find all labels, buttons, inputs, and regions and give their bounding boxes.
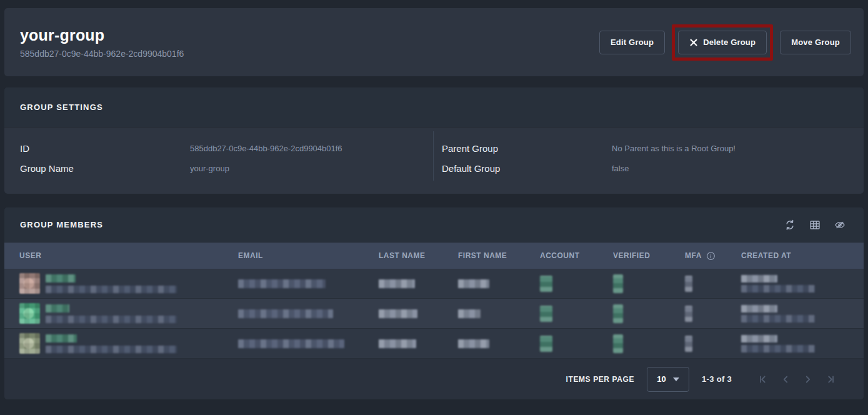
redacted-created-at (741, 335, 857, 352)
redacted-email (238, 309, 333, 318)
group-settings-body: ID 585ddb27-0c9e-44bb-962e-2cd9904b01f6 … (4, 128, 864, 193)
column-header-label: LAST NAME (379, 251, 426, 260)
delete-group-button[interactable]: Delete Group (678, 31, 767, 54)
eye-off-icon[interactable] (834, 219, 846, 231)
info-icon[interactable] (706, 251, 716, 261)
pagination-range: 1-3 of 3 (702, 374, 732, 384)
first-page-icon[interactable] (757, 374, 769, 385)
user-cell (19, 303, 238, 324)
user-text-redacted (46, 304, 177, 323)
group-members-title: GROUP MEMBERS (20, 220, 103, 229)
avatar (19, 303, 40, 324)
redacted-verified-status (613, 304, 623, 323)
move-group-button[interactable]: Move Group (780, 31, 851, 54)
redacted-first-name (458, 339, 489, 348)
user-cell (19, 273, 238, 294)
field-group-name-label: Group Name (20, 163, 190, 174)
members-toolbar (784, 219, 846, 231)
close-icon (689, 38, 698, 47)
table-row[interactable] (4, 269, 864, 299)
edit-group-button[interactable]: Edit Group (599, 31, 665, 54)
column-header-mfa: MFA (685, 251, 741, 261)
table-icon[interactable] (809, 219, 821, 231)
settings-left-column: ID 585ddb27-0c9e-44bb-962e-2cd9904b01f6 … (4, 128, 433, 193)
column-header-verified: VERIFIED (613, 251, 685, 260)
redacted-first-name (458, 309, 481, 318)
redacted-date (741, 305, 777, 312)
header-actions: Edit Group Delete Group Move Group (599, 24, 851, 61)
redacted-last-name (379, 309, 417, 318)
mfa-cell (685, 276, 741, 292)
settings-right-column: Parent Group No Parent as this is a Root… (434, 128, 864, 193)
created-at-cell (741, 305, 857, 322)
email-cell (238, 339, 379, 348)
items-per-page-select[interactable]: 10 (647, 367, 689, 392)
column-header-account: ACCOUNT (540, 251, 613, 260)
account-cell (540, 336, 613, 352)
redacted-account-status (540, 336, 552, 352)
created-at-cell (741, 335, 857, 352)
table-row[interactable] (4, 329, 864, 359)
next-page-icon[interactable] (802, 374, 814, 385)
user-cell (19, 333, 238, 354)
redacted-time (741, 315, 815, 322)
column-header-label: USER (19, 251, 41, 260)
field-group-name: Group Name your-group (20, 158, 433, 178)
redacted-time (741, 285, 815, 292)
user-text-redacted (46, 334, 177, 353)
verified-cell (613, 274, 685, 293)
redacted-verified-status (613, 274, 623, 293)
group-header-text: your-group 585ddb27-0c9e-44bb-962e-2cd99… (20, 26, 184, 59)
page-title: your-group (20, 26, 184, 44)
account-cell (540, 276, 613, 292)
redacted-mfa-status (685, 336, 692, 352)
table-row[interactable] (4, 299, 864, 329)
mfa-cell (685, 306, 741, 322)
group-settings-title: GROUP SETTINGS (20, 102, 103, 112)
avatar (19, 333, 40, 354)
redacted-account-status (540, 276, 552, 292)
column-header-label: MFA (685, 251, 702, 260)
field-id-value: 585ddb27-0c9e-44bb-962e-2cd9904b01f6 (190, 144, 342, 153)
field-default-group: Default Group false (442, 158, 864, 178)
table-footer: ITEMS PER PAGE 10 1-3 of 3 (4, 359, 864, 399)
redacted-username (46, 274, 76, 282)
redacted-verified-status (613, 334, 623, 353)
table-header-row: USEREMAILLAST NAMEFIRST NAMEACCOUNTVERIF… (4, 242, 864, 269)
mfa-cell (685, 336, 741, 352)
redacted-last-name (379, 339, 416, 348)
field-parent-group-label: Parent Group (442, 143, 612, 154)
field-group-name-value: your-group (190, 164, 229, 173)
redacted-mfa-status (685, 276, 692, 292)
column-header-first-name: FIRST NAME (458, 251, 540, 260)
redacted-email (238, 339, 344, 348)
redacted-last-name (379, 279, 415, 288)
group-detail-page: your-group 585ddb27-0c9e-44bb-962e-2cd99… (0, 0, 868, 415)
field-default-group-label: Default Group (442, 163, 612, 174)
last-name-cell (379, 279, 458, 288)
first-name-cell (458, 279, 540, 288)
column-header-label: VERIFIED (613, 251, 650, 260)
redacted-username (46, 304, 69, 312)
redacted-email (238, 279, 326, 288)
previous-page-icon[interactable] (780, 374, 791, 385)
group-members-card: GROUP MEMBERS (4, 208, 864, 399)
items-per-page-value: 10 (657, 374, 666, 384)
column-header-email: EMAIL (238, 251, 379, 260)
field-default-group-value: false (612, 164, 629, 173)
refresh-icon[interactable] (784, 219, 796, 231)
last-page-icon[interactable] (825, 374, 836, 385)
column-header-label: EMAIL (238, 251, 263, 260)
field-parent-group-value: No Parent as this is a Root Group! (612, 144, 736, 153)
redacted-mfa-status (685, 306, 692, 322)
group-members-header: GROUP MEMBERS (4, 208, 864, 242)
group-settings-header: GROUP SETTINGS (4, 88, 864, 128)
first-name-cell (458, 309, 540, 318)
email-cell (238, 279, 379, 288)
group-header-card: your-group 585ddb27-0c9e-44bb-962e-2cd99… (4, 8, 864, 76)
group-id-subtitle: 585ddb27-0c9e-44bb-962e-2cd9904b01f6 (20, 49, 184, 59)
last-name-cell (379, 309, 458, 318)
created-at-cell (741, 275, 857, 292)
field-parent-group: Parent Group No Parent as this is a Root… (442, 138, 864, 158)
delete-group-label: Delete Group (703, 38, 756, 47)
